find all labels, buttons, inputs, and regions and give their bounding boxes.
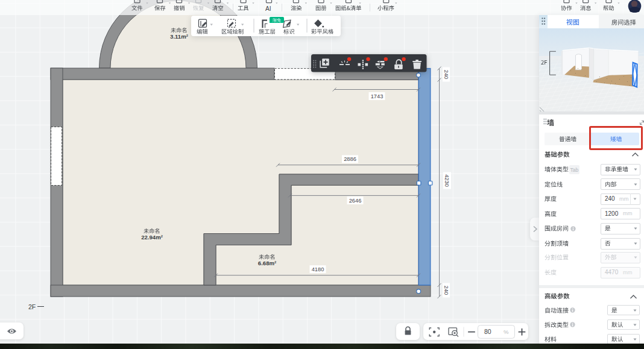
- svg-text:80: 80: [484, 328, 491, 335]
- svg-text:1743: 1743: [371, 93, 384, 99]
- svg-text:%: %: [504, 329, 509, 335]
- svg-text:2646: 2646: [349, 198, 362, 204]
- svg-text:240: 240: [443, 70, 449, 80]
- svg-text:4180: 4180: [312, 266, 324, 272]
- svg-text:240: 240: [443, 286, 449, 295]
- svg-text:4230: 4230: [444, 174, 450, 187]
- svg-text:2886: 2886: [344, 156, 356, 162]
